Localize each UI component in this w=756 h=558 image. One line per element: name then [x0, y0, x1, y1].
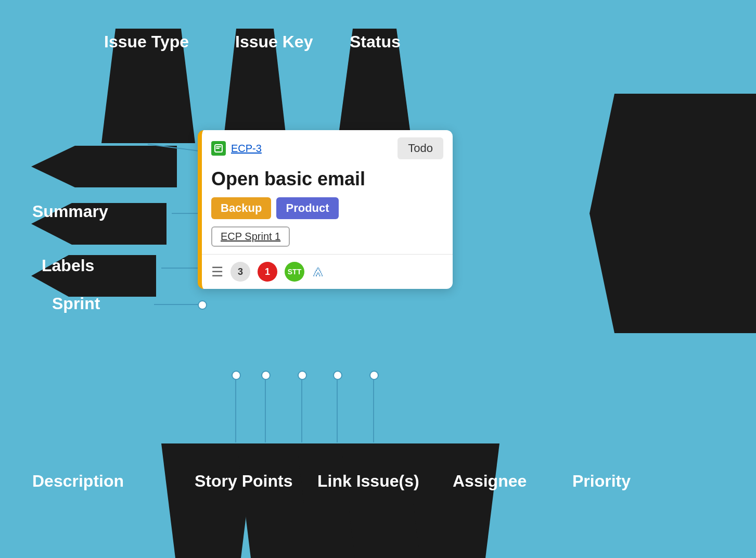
arrow-shape-right	[590, 94, 756, 333]
story-points-circle: 3	[230, 262, 250, 282]
card-labels: Backup Product	[202, 197, 453, 226]
label-backup[interactable]: Backup	[211, 197, 271, 219]
arrow-shape-priority	[406, 443, 499, 558]
summary-label: Summary	[32, 202, 108, 221]
issue-key-value[interactable]: ECP-3	[231, 143, 262, 155]
dot-story-points	[261, 371, 271, 380]
dot-sprint	[198, 300, 207, 310]
card-sprint: ECP Sprint 1	[202, 226, 453, 254]
sprint-label: Sprint	[52, 294, 100, 313]
dot-priority	[369, 371, 379, 380]
priority-label: Priority	[572, 472, 631, 491]
status-label: Status	[350, 32, 401, 52]
sprint-value[interactable]: ECP Sprint 1	[211, 226, 290, 247]
assignee-circle: STT	[285, 262, 304, 282]
description-label: Description	[32, 472, 124, 491]
status-badge[interactable]: Todo	[398, 137, 443, 159]
dot-assignee	[333, 371, 342, 380]
card-header: ECP-3 Todo	[202, 130, 453, 164]
priority-icon: ⩓	[312, 264, 325, 280]
description-icon: ☰	[211, 264, 223, 280]
arrow-shape-summary	[31, 146, 177, 187]
labels-label: Labels	[42, 256, 94, 275]
label-product[interactable]: Product	[276, 197, 338, 219]
dot-link-issues	[298, 371, 307, 380]
card-footer: ☰ 3 1 STT ⩓	[202, 255, 453, 289]
story-points-label: Story Points	[195, 472, 292, 491]
issue-type-icon	[211, 141, 226, 156]
issue-card: ECP-3 Todo Open basic email Backup Produ…	[198, 130, 453, 289]
card-header-left: ECP-3	[211, 141, 262, 156]
dot-description	[232, 371, 241, 380]
link-issues-label: Link Issue(s)	[317, 472, 419, 491]
linked-issues-circle: 1	[258, 262, 277, 282]
issue-type-label: Issue Type	[104, 32, 189, 52]
issue-key-label: Issue Key	[235, 32, 313, 52]
assignee-label: Assignee	[453, 472, 527, 491]
card-summary: Open basic email	[202, 164, 453, 197]
